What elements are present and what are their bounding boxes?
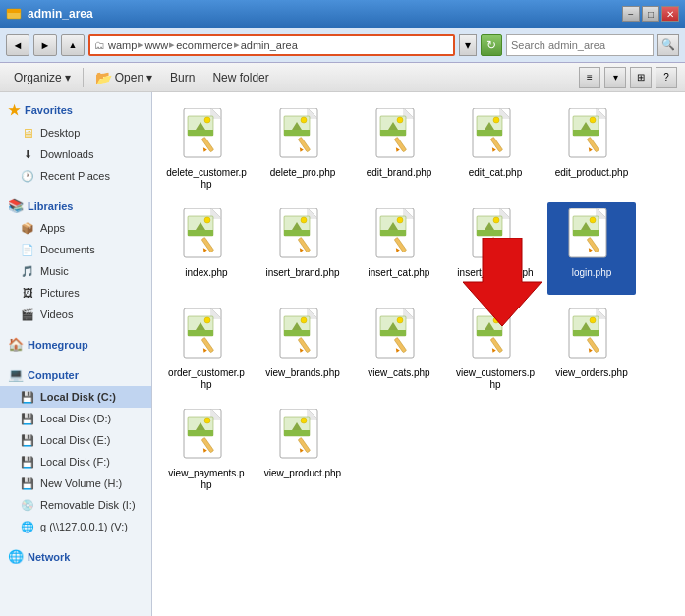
drive-e-icon: 💾	[20, 432, 35, 448]
file-item[interactable]: delete_pro.php	[258, 102, 347, 195]
sidebar-item-music[interactable]: 🎵 Music	[0, 260, 151, 282]
window-title: admin_area	[28, 7, 93, 21]
address-path[interactable]: 🗂 wamp ▸ www ▸ ecommerce ▸ admin_area	[88, 34, 455, 56]
minimize-button[interactable]: −	[622, 6, 640, 22]
file-item[interactable]: view_product.php	[258, 403, 347, 495]
file-name: view_cats.php	[368, 367, 429, 379]
svg-point-126	[493, 317, 499, 323]
address-dropdown[interactable]: ▾	[459, 34, 477, 56]
file-icon	[371, 206, 427, 265]
file-icon	[179, 106, 234, 165]
file-item[interactable]: view_payments.php	[162, 403, 251, 495]
drive-h-icon: 💾	[20, 476, 35, 491]
homegroup-icon: 🏠	[8, 337, 24, 352]
view-list-button[interactable]: ≡	[579, 67, 600, 88]
file-icon	[564, 307, 619, 365]
search-button[interactable]: 🔍	[657, 34, 679, 56]
file-item[interactable]: edit_brand.php	[355, 102, 443, 195]
refresh-button[interactable]: ↻	[481, 34, 502, 56]
svg-point-144	[204, 418, 210, 423]
file-name: edit_brand.php	[367, 167, 432, 179]
maximize-button[interactable]: □	[642, 6, 659, 22]
computer-header[interactable]: 💻 Computer	[0, 364, 151, 386]
file-item[interactable]: delete_customer.php	[162, 102, 251, 195]
svg-rect-52	[188, 230, 213, 236]
forward-button[interactable]: ►	[33, 34, 57, 56]
sidebar-item-recent-places[interactable]: 🕐 Recent Places	[0, 165, 151, 187]
sidebar-item-removable-i[interactable]: 💿 Removable Disk (I:)	[0, 494, 151, 516]
svg-rect-106	[284, 330, 310, 336]
sidebar-item-local-c[interactable]: 💾 Local Disk (C:)	[0, 386, 151, 408]
file-icon	[275, 106, 330, 165]
drive-c-icon: 💾	[20, 389, 35, 405]
sidebar-item-local-f[interactable]: 💾 Local Disk (F:)	[0, 451, 151, 473]
file-item[interactable]: insert_cat.php	[355, 202, 443, 295]
sidebar-item-documents[interactable]: 📄 Documents	[0, 239, 151, 260]
help-button[interactable]: ?	[656, 67, 677, 88]
homegroup-header[interactable]: 🏠 Homegroup	[0, 333, 151, 356]
libraries-header[interactable]: 📚 Libraries	[0, 195, 151, 217]
file-name: insert_product.php	[455, 267, 536, 291]
close-button[interactable]: ✕	[661, 6, 679, 22]
file-name: index.php	[185, 267, 227, 279]
file-item[interactable]: order_customer.php	[162, 303, 251, 395]
file-item[interactable]: view_orders.php	[547, 303, 636, 395]
svg-rect-88	[573, 230, 599, 236]
svg-rect-70	[380, 230, 406, 236]
svg-point-108	[301, 317, 307, 323]
sidebar-item-local-e[interactable]: 💾 Local Disk (E:)	[0, 429, 151, 451]
open-button[interactable]: 📂 Open ▾	[89, 68, 158, 87]
removable-icon: 💿	[20, 497, 35, 513]
file-item[interactable]: view_customers.php	[451, 303, 540, 395]
burn-button[interactable]: Burn	[164, 69, 200, 86]
organize-dropdown-icon: ▾	[65, 71, 71, 84]
svg-rect-97	[188, 330, 213, 336]
file-item[interactable]: view_brands.php	[258, 303, 347, 395]
file-name: view_product.php	[264, 468, 341, 479]
apps-icon: 📦	[20, 220, 35, 236]
svg-rect-115	[380, 330, 406, 336]
file-item[interactable]: insert_brand.php	[258, 202, 347, 295]
svg-point-45	[590, 117, 596, 123]
sidebar-item-desktop[interactable]: 🖥 Desktop	[0, 122, 151, 143]
new-folder-button[interactable]: New folder	[206, 69, 274, 86]
sidebar-item-volume-h[interactable]: 💾 New Volume (H:)	[0, 473, 151, 494]
svg-rect-151	[284, 430, 310, 436]
file-name: order_customer.php	[166, 367, 247, 391]
sidebar-item-downloads[interactable]: ⬇ Downloads	[0, 143, 151, 165]
window-controls[interactable]: − □ ✕	[622, 6, 679, 22]
svg-point-63	[301, 217, 307, 223]
svg-point-27	[397, 117, 403, 123]
file-name: view_customers.php	[455, 367, 536, 391]
svg-point-18	[301, 117, 307, 123]
file-item[interactable]: view_cats.php	[355, 303, 443, 395]
file-item[interactable]: index.php	[162, 202, 251, 295]
file-name: delete_customer.php	[166, 167, 247, 191]
svg-point-54	[204, 217, 210, 223]
file-item[interactable]: insert_product.php	[451, 202, 540, 295]
file-icon	[468, 106, 523, 165]
sidebar-item-videos[interactable]: 🎬 Videos	[0, 304, 151, 325]
svg-rect-79	[477, 230, 502, 236]
up-button[interactable]: ▲	[61, 34, 85, 56]
open-dropdown-icon: ▾	[146, 71, 152, 84]
network-header[interactable]: 🌐 Network	[0, 545, 151, 568]
toolbar-right: ≡ ▾ ⊞ ?	[579, 67, 677, 88]
search-input[interactable]	[506, 34, 654, 56]
file-item[interactable]: login.php	[547, 202, 636, 295]
sidebar-item-apps[interactable]: 📦 Apps	[0, 217, 151, 239]
path-admin: admin_area	[241, 39, 298, 51]
sidebar-item-local-d[interactable]: 💾 Local Disk (D:)	[0, 408, 151, 429]
view-icons-button[interactable]: ⊞	[630, 67, 652, 88]
organize-button[interactable]: Organize ▾	[8, 69, 77, 86]
sidebar-item-network-v[interactable]: 🌐 g (\\127.0.0.1) (V:)	[0, 516, 151, 537]
videos-icon: 🎬	[20, 307, 35, 322]
file-item[interactable]: edit_cat.php	[451, 102, 540, 195]
file-item[interactable]: edit_product.php	[547, 102, 636, 195]
view-dropdown-button[interactable]: ▾	[604, 67, 626, 88]
favorites-header[interactable]: ★ Favorites	[0, 98, 151, 122]
back-button[interactable]: ◄	[6, 34, 29, 56]
sidebar-item-pictures[interactable]: 🖼 Pictures	[0, 282, 151, 304]
svg-rect-7	[188, 130, 213, 136]
address-bar: ◄ ► ▲ 🗂 wamp ▸ www ▸ ecommerce ▸ admin_a…	[0, 28, 685, 63]
